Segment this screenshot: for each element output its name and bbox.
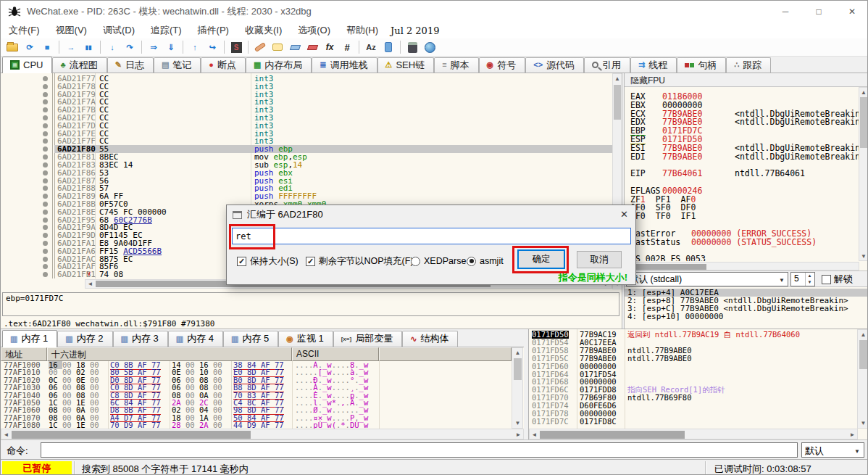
step-into-button[interactable]: ↓ — [104, 39, 121, 55]
tab-符号[interactable]: ◉符号 — [479, 57, 526, 73]
animate-over-button[interactable]: ⇓ — [162, 39, 180, 55]
tab-断点[interactable]: ●断点 — [201, 57, 246, 73]
breakpoint-dot[interactable] — [43, 84, 48, 89]
checkbox-S[interactable]: ✓保持大小(S) — [237, 255, 299, 267]
breakpoint-dot[interactable] — [43, 241, 48, 246]
stack-row[interactable]: 0171FD5C77B9ABE0ntdll.77B9ABE0 — [529, 355, 858, 363]
tab-跟踪[interactable]: ∴跟踪 — [726, 57, 771, 73]
scylla-button[interactable]: S — [228, 39, 245, 55]
run-button[interactable]: → — [62, 39, 80, 55]
dump-tab-结构体[interactable]: ∿结构体 — [402, 331, 458, 347]
tab-线程[interactable]: ⇉线程 — [630, 57, 677, 73]
breakpoint-dot[interactable] — [43, 210, 48, 215]
menu-item-3[interactable]: 追踪(T) — [143, 22, 190, 38]
menu-item-0[interactable]: 文件(F) — [1, 22, 48, 38]
breakpoint-dot[interactable] — [43, 92, 48, 97]
menu-item-4[interactable]: 插件(P) — [190, 22, 237, 38]
maximize-button[interactable]: □ — [802, 1, 835, 22]
breakpoint-dot[interactable] — [43, 178, 48, 183]
stack-row[interactable]: 0171FD7C0171FD8C — [529, 418, 858, 426]
menu-item-7[interactable]: 帮助(H) — [338, 22, 386, 38]
minimize-button[interactable]: ─ — [769, 1, 802, 22]
tab-流程图[interactable]: ♣流程图 — [52, 57, 107, 73]
dump-hscrollbar[interactable]: ◄ ► — [1, 429, 524, 439]
register-row[interactable]: EBP0171FD7C — [625, 126, 859, 135]
device-button[interactable] — [380, 39, 397, 55]
breakpoint-dot[interactable] — [43, 131, 48, 136]
breakpoint-dot[interactable] — [43, 233, 48, 238]
registers-hscrollbar[interactable] — [625, 262, 859, 270]
menu-item-2[interactable]: 调试(D) — [95, 22, 143, 38]
dump-row[interactable]: 77AF10801C 00 1E 0070 D9 AF 7728 00 2A 0… — [1, 421, 512, 429]
breakpoint-dot[interactable] — [43, 272, 48, 277]
breakpoint-dot[interactable] — [43, 264, 48, 269]
tab-句柄[interactable]: 句柄 — [677, 57, 726, 73]
open-file-button[interactable] — [4, 39, 21, 55]
stack-row[interactable]: 0171FD5877B9ABE0ntdll.77B9ABE0 — [529, 347, 858, 355]
hide-fpu-button[interactable]: 隐藏FPU — [625, 73, 868, 87]
breakpoint-dot[interactable] — [43, 99, 48, 104]
assembly-instruction-input[interactable] — [232, 228, 631, 244]
breakpoint-dot[interactable] — [43, 170, 48, 175]
breakpoint-dot[interactable] — [43, 249, 48, 254]
breakpoint-dot[interactable] — [43, 225, 48, 230]
stack-row[interactable]: 0171FD640171FD54 — [529, 371, 858, 379]
hash-button[interactable]: # — [338, 39, 356, 55]
animate-into-button[interactable]: ⇒ — [145, 39, 162, 55]
memory-dump-panel[interactable]: ▥内存 1▥内存 2▥内存 3▥内存 4▥内存 5◉监视 1[x=]局部变量∿结… — [1, 329, 524, 439]
comment-button[interactable] — [269, 39, 286, 55]
register-row[interactable]: EFLAGS00000246 — [625, 186, 859, 195]
stack-row[interactable]: 0171FD6000000000 — [529, 363, 858, 371]
breakpoint-dot[interactable] — [43, 139, 48, 144]
command-profile-select[interactable]: 默认▼ — [801, 442, 864, 458]
menu-item-1[interactable]: 视图(V) — [48, 22, 95, 38]
tab-seh链[interactable]: ⚠SEH链 — [377, 57, 435, 73]
settings-globe-button[interactable] — [421, 39, 438, 55]
tab-笔记[interactable]: ▤笔记 — [154, 57, 201, 73]
stack-row[interactable]: 0171FD54A0C17EEA — [529, 339, 858, 347]
register-row[interactable]: EDI77B9ABE0<ntdll.DbgUiRemoteBreakin> — [625, 152, 859, 161]
stack-panel[interactable]: 0171FD5077B9AC19返回到 ntdll.77B9AC19 自 ntd… — [528, 329, 868, 439]
tab-引用[interactable]: 引用 — [584, 57, 630, 73]
register-row[interactable]: EDX77B9ABE0<ntdll.DbgUiRemoteBreakin> — [625, 117, 859, 126]
arguments-panel[interactable]: 1: [esp+4] A0C17EEA2: [esp+8] 77B9ABE0 <… — [624, 286, 868, 329]
tab-日志[interactable]: ✎日志 — [107, 57, 154, 73]
menu-item-5[interactable]: 收藏夹(I) — [237, 22, 290, 38]
cancel-button[interactable]: 取消 — [577, 251, 622, 268]
stepper-arrows-icon[interactable]: ▲▼ — [805, 273, 814, 286]
label-button[interactable] — [286, 39, 304, 55]
register-row[interactable]: EBX00000000 — [625, 101, 859, 110]
dump-vscrollbar[interactable]: ▲ ▼ — [512, 347, 523, 429]
command-input[interactable] — [41, 442, 798, 458]
checkbox-icon[interactable]: ✓ — [306, 257, 315, 266]
stack-row[interactable]: 0171FD5077B9AC19返回到 ntdll.77B9AC19 自 ntd… — [529, 331, 858, 339]
register-row[interactable]: ESI77B9ABE0<ntdll.DbgUiRemoteBreakin> — [625, 144, 859, 152]
tab-cpu[interactable]: ▦CPU — [2, 57, 52, 73]
calling-convention-select[interactable]: 默认 (stdcall)▼ — [626, 272, 788, 286]
dialog-close-icon[interactable]: ✕ — [620, 209, 628, 220]
radio-XEDParse[interactable]: XEDParse — [411, 255, 466, 267]
dump-tab-内存5[interactable]: ▥内存 5 — [223, 331, 278, 347]
radio-asmjit[interactable]: asmjit — [467, 255, 504, 267]
close-button[interactable]: ✕ — [835, 1, 868, 22]
register-row[interactable]: CF 0TF 0IF 1 — [625, 212, 859, 220]
checkbox-icon[interactable] — [822, 275, 831, 284]
register-row[interactable]: EAX01186000 — [625, 92, 859, 101]
breakpoint-dot[interactable] — [43, 76, 48, 81]
restart-button[interactable]: ⟳ — [21, 39, 38, 55]
step-out-button[interactable]: ↑ — [186, 39, 204, 55]
breakpoint-dot[interactable] — [43, 186, 48, 191]
register-row[interactable]: LastError00000000 (ERROR_SUCCESS) — [625, 229, 859, 238]
tab-调用堆栈[interactable]: ≣调用堆栈 — [312, 57, 377, 73]
stack-row[interactable]: 0171FD7800000000 — [529, 410, 858, 418]
stack-row[interactable]: 0171FD7077B69F80ntdll.77B69F80 — [529, 394, 858, 402]
calculator-button[interactable] — [404, 39, 421, 55]
pause-button[interactable]: ▮▮ — [80, 39, 97, 55]
run-to-user-code-button[interactable]: ↪ — [204, 39, 221, 55]
breakpoint-dot[interactable] — [43, 115, 48, 120]
radio-icon[interactable] — [467, 257, 476, 266]
breakpoint-dot[interactable] — [43, 146, 48, 152]
tab-内存布局[interactable]: ▦内存布局 — [246, 57, 312, 73]
patch-button[interactable] — [251, 39, 269, 55]
checkbox-NOPF[interactable]: ✓剩余字节以NOP填充(F) — [306, 255, 414, 267]
